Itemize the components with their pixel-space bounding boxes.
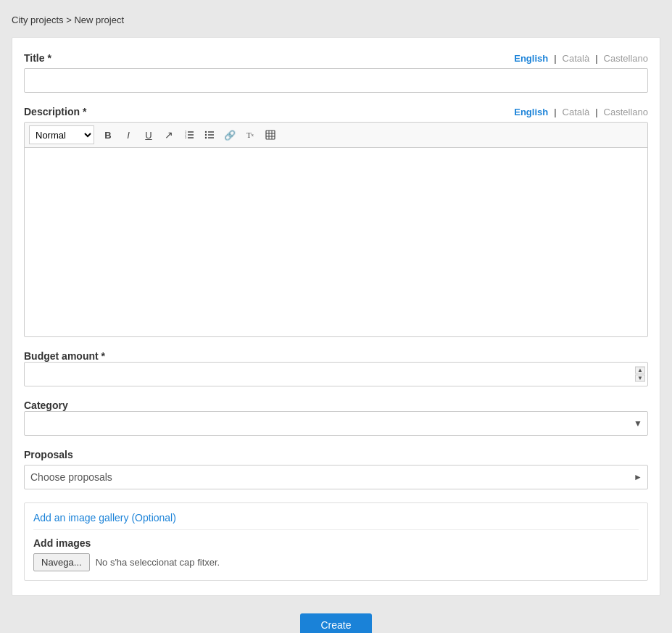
form-footer: Create [12, 613, 660, 633]
italic-button[interactable]: I [119, 125, 138, 144]
unordered-list-button[interactable] [200, 125, 219, 144]
category-select-wrapper: ▼ [24, 411, 648, 436]
editor-toolbar: Normal Heading 1 Heading 2 Heading 3 B I… [25, 123, 647, 148]
title-lang-catala[interactable]: Català [563, 53, 590, 64]
description-lang-sep1: | [554, 107, 556, 117]
add-images-label: Add images [33, 537, 639, 549]
description-label: Description * [24, 106, 86, 117]
file-browse-button[interactable]: Navega... [33, 553, 90, 571]
title-group: Title * English | Català | Castellano [24, 52, 648, 93]
gallery-divider [33, 529, 639, 530]
title-lang-castellano[interactable]: Castellano [604, 53, 648, 64]
proposals-select[interactable]: Choose proposals [24, 465, 648, 489]
title-header: Title * English | Català | Castellano [24, 52, 648, 64]
description-lang-switcher: English | Català | Castellano [514, 107, 648, 117]
ordered-list-button[interactable]: 1 2 3 [180, 125, 199, 144]
svg-rect-12 [266, 131, 275, 139]
proposals-label: Proposals [24, 449, 648, 460]
category-select[interactable] [24, 411, 648, 436]
proposals-select-wrapper: Choose proposals ► [24, 465, 648, 489]
svg-text:3: 3 [185, 136, 187, 139]
svg-point-11 [205, 137, 207, 138]
image-gallery-section: Add an image gallery (Optional) Add imag… [24, 502, 648, 581]
insert-link-button[interactable]: 🔗 [220, 125, 239, 144]
editor-wrapper: Normal Heading 1 Heading 2 Heading 3 B I… [24, 122, 648, 337]
breadcrumb-separator: > [66, 15, 72, 25]
breadcrumb-current: New project [74, 15, 124, 25]
description-lang-english[interactable]: English [514, 107, 548, 117]
title-input[interactable] [24, 68, 648, 93]
description-group: Description * English | Català | Castell… [24, 106, 648, 337]
title-lang-switcher: English | Català | Castellano [514, 53, 648, 64]
budget-decrement[interactable]: ▼ [635, 375, 645, 382]
bold-button[interactable]: B [99, 125, 117, 144]
description-lang-catala[interactable]: Català [563, 107, 590, 117]
budget-input[interactable] [24, 362, 648, 386]
description-editor[interactable] [25, 148, 647, 336]
description-lang-sep2: | [595, 107, 597, 117]
budget-label: Budget amount * [24, 350, 105, 362]
category-label: Category [24, 400, 68, 411]
clear-format-button[interactable]: Tx [241, 125, 260, 144]
breadcrumb-parent: City projects [12, 15, 64, 25]
budget-input-wrapper: ▲ ▼ [24, 362, 648, 386]
title-lang-sep2: | [595, 53, 597, 64]
title-lang-sep1: | [554, 53, 556, 64]
format-select[interactable]: Normal Heading 1 Heading 2 Heading 3 [29, 125, 94, 144]
budget-increment[interactable]: ▲ [635, 367, 645, 374]
create-button[interactable]: Create [300, 613, 371, 633]
category-group: Category ▼ [24, 400, 648, 436]
title-label: Title * [24, 52, 51, 64]
file-input-row: Navega... No s'ha seleccionat cap fitxer… [33, 553, 639, 571]
gallery-link[interactable]: Add an image gallery (Optional) [33, 512, 176, 524]
description-lang-castellano[interactable]: Castellano [604, 107, 648, 117]
breadcrumb: City projects > New project [12, 15, 660, 25]
title-lang-english[interactable]: English [514, 53, 548, 64]
svg-point-10 [205, 134, 207, 136]
file-status-text: No s'ha seleccionat cap fitxer. [96, 557, 220, 568]
table-button[interactable] [261, 125, 280, 144]
budget-group: Budget amount * ▲ ▼ [24, 350, 648, 386]
underline-button[interactable]: U [139, 125, 158, 144]
form-card: Title * English | Català | Castellano De… [12, 37, 660, 596]
proposals-section: Proposals Choose proposals ► [24, 449, 648, 489]
link-button[interactable]: ↗ [159, 125, 178, 144]
budget-spinners: ▲ ▼ [635, 367, 645, 382]
description-header: Description * English | Català | Castell… [24, 106, 648, 117]
svg-point-9 [205, 131, 207, 133]
